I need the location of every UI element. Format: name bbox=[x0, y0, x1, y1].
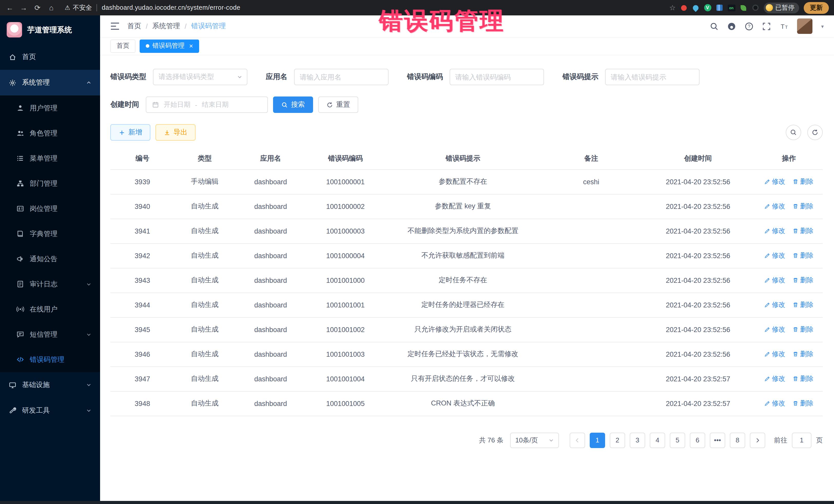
edit-link[interactable]: 修改 bbox=[764, 226, 785, 236]
font-size-icon[interactable]: TT bbox=[780, 22, 788, 30]
delete-link[interactable]: 删除 bbox=[792, 251, 813, 260]
security-indicator[interactable]: ⚠ 不安全 bbox=[65, 3, 92, 12]
next-page-button[interactable] bbox=[750, 432, 765, 448]
sidebar-item-1[interactable]: 系统管理 bbox=[0, 70, 100, 95]
delete-link[interactable]: 删除 bbox=[792, 399, 813, 408]
cell-id: 3944 bbox=[110, 292, 175, 317]
cell-code: 1001000001 bbox=[306, 169, 385, 194]
page-button-4[interactable]: 4 bbox=[650, 432, 665, 448]
error-hint-input[interactable] bbox=[605, 69, 700, 85]
delete-link[interactable]: 删除 bbox=[792, 226, 813, 236]
reload-icon[interactable]: ⟳ bbox=[33, 4, 42, 12]
edit-link[interactable]: 修改 bbox=[764, 276, 785, 285]
delete-link[interactable]: 删除 bbox=[792, 177, 813, 186]
sidebar-item-13[interactable]: 基础设施 bbox=[0, 372, 100, 398]
sidebar-item-2[interactable]: 用户管理 bbox=[0, 95, 100, 120]
extension-v-icon[interactable]: V bbox=[704, 4, 711, 11]
search-button[interactable]: 搜索 bbox=[273, 96, 313, 113]
home-icon[interactable]: ⌂ bbox=[47, 4, 56, 12]
sidebar-item-7[interactable]: 字典管理 bbox=[0, 221, 100, 246]
extension-knot-icon[interactable] bbox=[752, 4, 759, 11]
back-icon[interactable]: ← bbox=[5, 4, 14, 12]
error-code-input[interactable] bbox=[449, 69, 544, 85]
browser-update-button[interactable]: 更新 bbox=[804, 2, 829, 14]
page-button-8[interactable]: 8 bbox=[730, 432, 745, 448]
toolbar-refresh-icon[interactable] bbox=[807, 125, 823, 140]
delete-link[interactable]: 删除 bbox=[792, 374, 813, 384]
github-icon[interactable] bbox=[727, 22, 736, 30]
pagination-ellipsis[interactable]: ••• bbox=[710, 432, 725, 448]
cell-id: 3943 bbox=[110, 268, 175, 292]
breadcrumb-item-0[interactable]: 首页 bbox=[127, 22, 141, 31]
sidebar-item-8[interactable]: 通知公告 bbox=[0, 246, 100, 271]
sidebar-logo[interactable]: 芋道管理系统 bbox=[0, 15, 100, 44]
delete-link[interactable]: 删除 bbox=[792, 350, 813, 359]
sidebar-item-12[interactable]: 错误码管理 bbox=[0, 347, 100, 372]
edit-link[interactable]: 修改 bbox=[764, 202, 785, 211]
edit-link[interactable]: 修改 bbox=[764, 300, 785, 309]
sidebar-item-0[interactable]: 首页 bbox=[0, 44, 100, 70]
search-icon[interactable] bbox=[710, 22, 719, 30]
delete-link-label: 删除 bbox=[800, 350, 813, 359]
edit-link-label: 修改 bbox=[772, 251, 785, 260]
error-type-select[interactable]: 请选择错误码类型 bbox=[153, 69, 247, 85]
edit-link[interactable]: 修改 bbox=[764, 350, 785, 359]
page-button-1[interactable]: 1 bbox=[590, 432, 605, 448]
user-avatar[interactable] bbox=[797, 19, 812, 34]
sidebar-item-11[interactable]: 短信管理 bbox=[0, 322, 100, 347]
forward-icon[interactable]: → bbox=[19, 4, 28, 12]
goto-page-input[interactable] bbox=[792, 432, 811, 448]
page-button-6[interactable]: 6 bbox=[690, 432, 705, 448]
bookmark-star-icon[interactable]: ☆ bbox=[669, 4, 676, 12]
sidebar-item-10[interactable]: 在线用户 bbox=[0, 297, 100, 322]
sidebar-item-14[interactable]: 研发工具 bbox=[0, 398, 100, 423]
edit-link[interactable]: 修改 bbox=[764, 177, 785, 186]
tab-1[interactable]: 错误码管理× bbox=[139, 39, 199, 52]
edit-link[interactable]: 修改 bbox=[764, 251, 785, 260]
chevron-down-icon[interactable]: ▾ bbox=[821, 23, 824, 29]
sidebar-item-9[interactable]: 审计日志 bbox=[0, 271, 100, 297]
address-url[interactable]: dashboard.yudao.iocoder.cn/system/error-… bbox=[102, 4, 240, 11]
app-name-input[interactable] bbox=[294, 69, 389, 85]
breadcrumb-item-2[interactable]: 错误码管理 bbox=[191, 22, 226, 31]
delete-link[interactable]: 删除 bbox=[792, 276, 813, 285]
add-button[interactable]: 新增 bbox=[110, 124, 150, 140]
edit-link[interactable]: 修改 bbox=[764, 399, 785, 408]
close-icon[interactable]: × bbox=[189, 43, 193, 49]
extension-grid-icon[interactable] bbox=[716, 4, 723, 11]
page-button-5[interactable]: 5 bbox=[670, 432, 685, 448]
tab-0[interactable]: 首页 bbox=[110, 39, 135, 52]
page-button-2[interactable]: 2 bbox=[610, 432, 625, 448]
breadcrumb: 首页/系统管理/错误码管理 bbox=[127, 22, 226, 31]
sidebar-item-5[interactable]: 部门管理 bbox=[0, 171, 100, 196]
table-row: 3943自动生成dashboard1001001000定时任务不存在2021-0… bbox=[110, 268, 823, 292]
delete-link[interactable]: 删除 bbox=[792, 325, 813, 334]
page-button-3[interactable]: 3 bbox=[630, 432, 645, 448]
sidebar-item-3[interactable]: 角色管理 bbox=[0, 120, 100, 146]
help-icon[interactable]: ? bbox=[745, 22, 753, 30]
edit-link[interactable]: 修改 bbox=[764, 325, 785, 334]
breadcrumb-item-1[interactable]: 系统管理 bbox=[152, 22, 180, 31]
page-size-select[interactable]: 10条/页 bbox=[510, 432, 559, 448]
cell-id: 3941 bbox=[110, 219, 175, 243]
export-button[interactable]: 导出 bbox=[155, 124, 196, 140]
delete-link[interactable]: 删除 bbox=[792, 202, 813, 211]
date-range-picker[interactable]: 开始日期 - 结束日期 bbox=[146, 96, 268, 113]
table-row: 3947自动生成dashboard1001001004只有开启状态的任务，才可以… bbox=[110, 367, 823, 391]
extension-on-icon[interactable]: on bbox=[727, 4, 735, 11]
extension-leaf-icon[interactable] bbox=[740, 4, 747, 11]
browser-profile-chip[interactable]: 已暂停 bbox=[764, 2, 799, 13]
toolbar-search-icon[interactable] bbox=[786, 125, 801, 140]
prev-page-button[interactable] bbox=[570, 432, 585, 448]
extension-drop-icon[interactable] bbox=[692, 4, 699, 11]
edit-link[interactable]: 修改 bbox=[764, 374, 785, 384]
extension-red-icon[interactable] bbox=[680, 4, 687, 11]
delete-link[interactable]: 删除 bbox=[792, 300, 813, 309]
sidebar-item-4[interactable]: 菜单管理 bbox=[0, 146, 100, 171]
sidebar-item-6[interactable]: 岗位管理 bbox=[0, 196, 100, 221]
header-actions: ? TT ▾ bbox=[710, 19, 824, 34]
reset-button[interactable]: 重置 bbox=[318, 96, 358, 113]
collapse-menu-icon[interactable] bbox=[110, 23, 119, 30]
logo-avatar bbox=[7, 22, 22, 38]
fullscreen-icon[interactable] bbox=[762, 22, 771, 30]
